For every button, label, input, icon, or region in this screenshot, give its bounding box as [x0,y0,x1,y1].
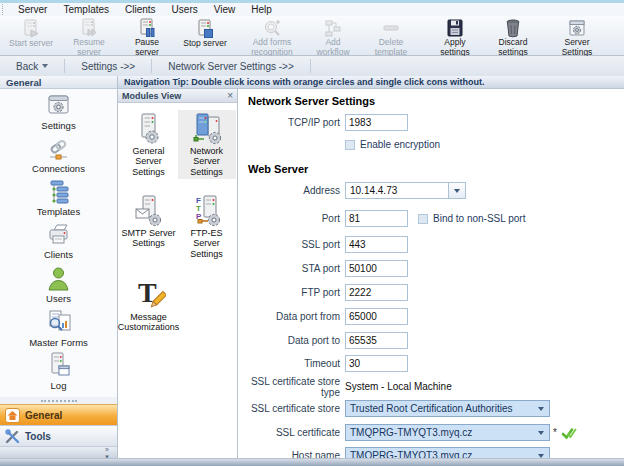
server-settings-button[interactable]: Server Settings [548,16,606,55]
data-port-to-input[interactable] [345,332,408,349]
enable-encryption-checkbox[interactable] [345,140,355,150]
ssl-port-input[interactable] [345,236,408,253]
ssl-certificate-combobox[interactable]: TMQPRG-TMYQT3.myq.cz [345,424,550,441]
tcp-port-input[interactable] [345,114,408,131]
network-server-settings-crumb[interactable]: Network Server Settings ->> [152,56,310,76]
sidebar-item-log[interactable]: Log [45,351,72,394]
tools-icon [5,429,20,444]
address-row: Address 10.14.4.73 [248,182,466,199]
ftp-port-input[interactable] [345,284,408,301]
delete-template-icon [380,18,402,38]
address-combobox[interactable]: 10.14.4.73 [345,182,466,199]
address-dropdown-button[interactable] [448,182,466,199]
menu-server[interactable]: Server [10,4,55,15]
sidebar-resize-grip[interactable] [0,397,117,404]
address-value: 10.14.4.73 [345,182,448,199]
settings-icon [45,93,72,119]
application-window: Server Templates Clients Users View Help… [0,0,624,466]
sidebar-item-templates[interactable]: Templates [37,179,80,222]
smtp-server-icon [132,194,166,228]
modules-grid: General Server Settings Network Server S… [118,103,237,335]
sidebar-items: Settings Connections Templates Clients U… [0,89,117,397]
ssl-port-row: SSL port [248,236,408,253]
help-button[interactable]: ? Help [612,16,624,55]
data-port-from-input[interactable] [345,308,408,325]
discard-settings-button[interactable]: Discard settings [484,16,542,55]
stop-server-icon [195,18,215,39]
status-strip [0,458,624,466]
toolbar: Start server Resume server Pause server … [0,16,624,56]
back-dropdown-icon [42,64,48,68]
add-workflow-button: Add workflow [304,16,362,55]
server-settings-icon [567,18,587,38]
resume-server-label: Resume server [64,38,114,58]
back-button[interactable]: Back [0,56,64,76]
tcp-port-row: TCP/IP port [248,114,408,131]
module-general-server-settings[interactable]: General Server Settings [120,110,178,179]
apply-settings-label: Apply settings [430,38,480,58]
navigation-bar: Back Settings ->> Network Server Setting… [0,56,624,77]
apply-settings-button[interactable]: Apply settings [426,16,484,55]
back-label: Back [16,61,38,72]
sidebar-tab-tools-label: Tools [25,431,51,442]
data-port-from-row: Data port from [248,308,408,325]
modules-panel-header: Modules View × [118,89,237,103]
ftp-port-row: FTP port [248,284,408,301]
sidebar-tab-general[interactable]: General [0,404,117,425]
modules-panel-title: Modules View [122,91,181,101]
menu-users[interactable]: Users [164,4,206,15]
menu-templates[interactable]: Templates [55,4,117,15]
menu-help[interactable]: Help [243,4,280,15]
close-icon[interactable]: × [227,90,233,101]
sidebar-item-users[interactable]: Users [45,265,72,308]
menu-view[interactable]: View [206,4,244,15]
settings-crumb[interactable]: Settings ->> [65,56,151,76]
main-area: Settings Connections Templates Clients U… [0,89,624,458]
sta-port-label: STA port [248,263,340,274]
cert-store-combobox[interactable]: Trusted Root Certification Authorities [345,400,550,417]
sta-port-input[interactable] [345,260,408,277]
sidebar-item-label: Settings [41,120,75,131]
sta-port-row: STA port [248,260,408,277]
port-input[interactable] [345,210,408,227]
module-ftp-es-server-settings[interactable]: FTP FTP-ES Server Settings [178,192,236,261]
add-forms-recognition-icon [262,18,282,38]
discard-settings-label: Discard settings [488,38,538,58]
module-smtp-server-settings[interactable]: SMTP Server Settings [120,192,178,261]
sidebar-item-label: Connections [32,163,85,174]
bind-non-ssl-label: Bind to non-SSL port [433,213,525,224]
chevron-down-icon [454,189,460,193]
data-port-to-label: Data port to [248,335,340,346]
menu-grip [2,4,6,15]
start-server-icon [21,18,41,39]
web-server-title: Web Server [248,163,308,175]
timeout-input[interactable] [345,355,408,372]
crumb-separator [310,59,311,73]
sidebar-tab-tools[interactable]: Tools [0,425,117,446]
pause-server-button[interactable]: Pause server [118,16,176,55]
menu-clients[interactable]: Clients [117,4,164,15]
cert-store-type-value: System - Local Machine [345,381,452,392]
sidebar-item-master-forms[interactable]: Master Forms [29,308,88,351]
module-network-server-settings[interactable]: Network Server Settings [178,110,236,179]
tcp-port-label: TCP/IP port [248,117,340,128]
sidebar-item-label: Log [51,380,67,391]
resume-server-button: Resume server [60,16,118,55]
data-port-to-row: Data port to [248,332,408,349]
module-label: Network Server Settings [178,146,236,177]
menu-bar: Server Templates Clients Users View Help [0,3,624,16]
sidebar-item-connections[interactable]: Connections [32,136,85,179]
sidebar-item-clients[interactable]: Clients [44,222,73,265]
start-server-label: Start server [9,39,53,49]
sidebar-tab-general-label: General [25,410,62,421]
port-row: Port Bind to non-SSL port [248,210,525,227]
sidebar-overflow-bar[interactable]: »▾ [0,446,117,458]
sidebar-item-label: Master Forms [29,337,88,348]
stop-server-button[interactable]: Stop server [176,16,234,55]
bind-non-ssl-checkbox[interactable] [418,214,428,224]
module-message-customizations[interactable]: T Message Customizations [120,274,178,335]
add-forms-recognition-label: Add forms recognition [244,38,300,58]
ssl-certificate-label: SSL certificate [248,427,340,438]
chevron-right-icon: » [105,446,109,453]
sidebar-item-settings[interactable]: Settings [41,93,75,136]
